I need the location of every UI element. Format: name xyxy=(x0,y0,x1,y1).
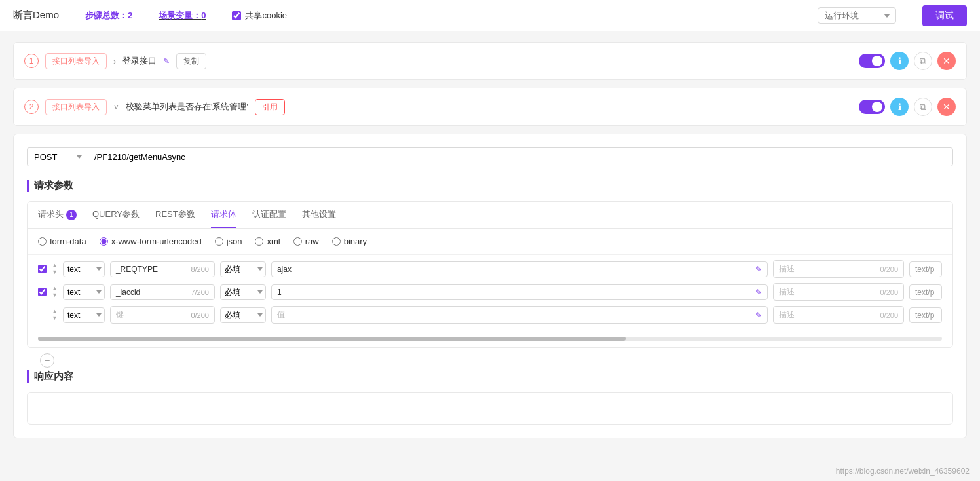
cookie-checkbox[interactable]: 共享cookie xyxy=(232,10,287,22)
step2-quote-button[interactable]: 引用 xyxy=(255,99,285,115)
param1-name: _REQTYPE xyxy=(116,265,158,274)
app-title: 断言Demo xyxy=(13,9,59,22)
param3-up-arrow[interactable]: ▲ xyxy=(52,309,58,315)
tab-body[interactable]: 请求体 xyxy=(211,202,236,228)
tab-rest[interactable]: REST参数 xyxy=(155,202,195,228)
response-card xyxy=(27,392,953,425)
body-type-row: form-data x-www-form-urlencoded json xml… xyxy=(28,229,952,255)
step1-actions: ℹ ⧉ ✕ xyxy=(859,52,956,70)
param3-suffix: text/p xyxy=(909,307,942,323)
tab-request-header[interactable]: 请求头1 xyxy=(38,202,77,228)
request-params-title: 请求参数 xyxy=(27,180,953,192)
step2-name: 校验菜单列表是否存在'系统管理' xyxy=(126,101,248,113)
table-row: ▲ ▼ text _REQTYPE 8/200 必填 非必填 xyxy=(38,260,942,278)
top-bar: 断言Demo 步骤总数：2 场景变量：0 共享cookie 运行环境 调试 xyxy=(0,0,980,31)
step2-actions: ℹ ⧉ ✕ xyxy=(859,98,956,116)
radio-xml[interactable]: xml xyxy=(255,237,280,246)
param2-count: 7/200 xyxy=(191,288,209,296)
param2-edit-icon[interactable]: ✎ xyxy=(755,288,762,297)
param2-checkbox[interactable] xyxy=(38,288,47,296)
step2-info-button[interactable]: ℹ xyxy=(890,98,909,116)
param3-down-arrow[interactable]: ▼ xyxy=(52,315,58,321)
step2-number: 2 xyxy=(24,100,39,114)
param1-desc-cell: 描述 0/200 xyxy=(773,260,904,278)
table-row: ▲ ▼ text _laccid 7/200 必填 非必填 xyxy=(38,283,942,301)
method-url-row: POST GET PUT DELETE PATCH xyxy=(27,147,953,166)
param1-down-arrow[interactable]: ▼ xyxy=(52,269,58,275)
tab-auth[interactable]: 认证配置 xyxy=(252,202,286,228)
param2-value: 1 xyxy=(277,288,755,297)
step2-delete-button[interactable]: ✕ xyxy=(937,98,956,116)
tabs-row: 请求头1 QUERY参数 REST参数 请求体 认证配置 其他设置 xyxy=(28,202,952,229)
step1-arrow: › xyxy=(113,56,116,66)
params-table: ▲ ▼ text _REQTYPE 8/200 必填 非必填 xyxy=(28,255,952,334)
env-select[interactable]: 运行环境 xyxy=(818,7,896,24)
param1-count: 8/200 xyxy=(191,265,209,273)
param3-type-select[interactable]: text xyxy=(63,307,105,323)
param1-required-select[interactable]: 必填 非必填 xyxy=(220,261,266,277)
step2-header: 2 接口列表导入 ∨ 校验菜单列表是否存在'系统管理' 引用 ℹ ⧉ ✕ xyxy=(24,98,956,116)
step1-delete-button[interactable]: ✕ xyxy=(937,52,956,70)
step2-copy-icon-button[interactable]: ⧉ xyxy=(914,98,932,116)
radio-form-data[interactable]: form-data xyxy=(38,237,86,246)
param3-desc-count: 0/200 xyxy=(880,311,898,319)
radio-raw[interactable]: raw xyxy=(293,237,319,246)
step1-card: 1 接口列表导入 › 登录接口 ✎ 复制 ℹ ⧉ ✕ xyxy=(13,42,967,80)
steps-count: 步骤总数：2 xyxy=(85,10,132,22)
debug-button[interactable]: 调试 xyxy=(922,5,967,26)
radio-json[interactable]: json xyxy=(215,237,242,246)
step2-toggle[interactable] xyxy=(859,100,885,114)
response-title: 响应内容 xyxy=(27,370,953,383)
param2-required-select[interactable]: 必填 非必填 xyxy=(220,284,266,300)
step-detail: POST GET PUT DELETE PATCH 请求参数 请求头1 QUER… xyxy=(13,134,967,438)
response-section: 响应内容 xyxy=(27,370,953,425)
tab-query[interactable]: QUERY参数 xyxy=(92,202,140,228)
param2-down-arrow[interactable]: ▼ xyxy=(52,292,58,298)
param3-value-cell: 值 ✎ xyxy=(271,306,768,324)
param3-name: 键 xyxy=(116,309,124,320)
radio-urlencoded[interactable]: x-www-form-urlencoded xyxy=(100,237,202,246)
param1-edit-icon[interactable]: ✎ xyxy=(755,265,762,274)
radio-binary[interactable]: binary xyxy=(332,237,367,246)
params-card: 请求头1 QUERY参数 REST参数 请求体 认证配置 其他设置 form-d… xyxy=(27,201,953,348)
param2-type-select[interactable]: text xyxy=(63,284,105,300)
scrollbar-track[interactable] xyxy=(38,337,942,341)
param1-desc-count: 0/200 xyxy=(880,265,898,273)
table-row: ▲ ▼ text 键 0/200 必填 非必填 值 xyxy=(38,306,942,324)
scrollbar-row xyxy=(28,334,952,347)
param2-desc-placeholder: 描述 xyxy=(779,286,880,298)
step1-copy-icon-button[interactable]: ⧉ xyxy=(914,52,932,70)
tab-header-badge: 1 xyxy=(66,210,77,220)
tab-other[interactable]: 其他设置 xyxy=(302,202,336,228)
collapse-area: − xyxy=(27,353,953,368)
method-select[interactable]: POST GET PUT DELETE PATCH xyxy=(27,147,86,166)
step1-edit-icon[interactable]: ✎ xyxy=(163,56,170,66)
param3-arrows: ▲ ▼ xyxy=(52,309,58,321)
param3-value: 值 xyxy=(277,309,755,320)
param2-name: _laccid xyxy=(116,288,140,297)
param2-desc-count: 0/200 xyxy=(880,288,898,296)
step1-toggle[interactable] xyxy=(859,54,885,68)
param2-suffix: text/p xyxy=(909,284,942,300)
param3-desc-placeholder: 描述 xyxy=(779,309,880,320)
param2-arrows: ▲ ▼ xyxy=(52,286,58,298)
param1-value-cell: ajax ✎ xyxy=(271,261,768,277)
step1-copy-button[interactable]: 复制 xyxy=(176,53,206,69)
step1-import-button[interactable]: 接口列表导入 xyxy=(45,53,107,69)
param3-name-cell: 键 0/200 xyxy=(110,306,215,324)
step2-import-button[interactable]: 接口列表导入 xyxy=(45,99,107,115)
param3-edit-icon[interactable]: ✎ xyxy=(755,311,762,320)
step1-info-button[interactable]: ℹ xyxy=(890,52,909,70)
param1-up-arrow[interactable]: ▲ xyxy=(52,263,58,269)
collapse-button[interactable]: − xyxy=(40,353,54,368)
param2-name-cell: _laccid 7/200 xyxy=(110,284,215,300)
param3-desc-cell: 描述 0/200 xyxy=(773,306,904,324)
param3-count: 0/200 xyxy=(191,311,209,319)
param1-checkbox[interactable] xyxy=(38,265,47,273)
param1-name-cell: _REQTYPE 8/200 xyxy=(110,261,215,277)
param1-type-select[interactable]: text xyxy=(63,261,105,277)
param2-up-arrow[interactable]: ▲ xyxy=(52,286,58,292)
main-content: 1 接口列表导入 › 登录接口 ✎ 复制 ℹ ⧉ ✕ 2 接口列表导入 ∨ 校验… xyxy=(0,31,980,457)
param3-required-select[interactable]: 必填 非必填 xyxy=(220,307,266,323)
url-input[interactable] xyxy=(86,147,953,166)
